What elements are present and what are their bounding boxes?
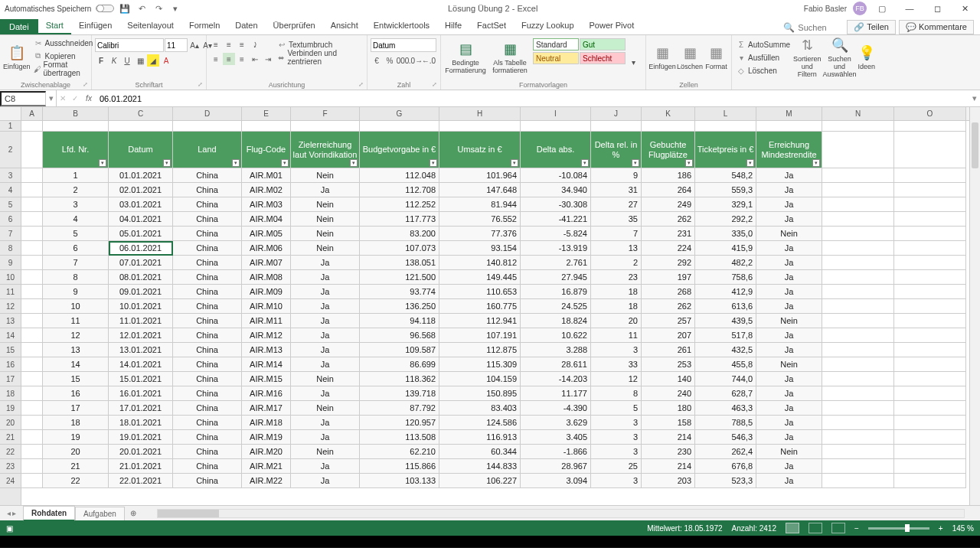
cell[interactable]: 180 xyxy=(642,401,695,416)
fx-icon[interactable]: fx xyxy=(81,94,96,103)
comments-button[interactable]: 💬 Kommentare xyxy=(899,20,974,34)
cell[interactable]: -13.919 xyxy=(521,241,591,256)
cell[interactable]: Nein xyxy=(291,445,360,459)
cell[interactable] xyxy=(894,227,966,241)
cell[interactable] xyxy=(822,299,894,314)
cell[interactable]: 261 xyxy=(642,343,695,357)
cell[interactable]: 214 xyxy=(642,459,695,474)
cell[interactable]: 19 xyxy=(43,430,109,445)
cell[interactable] xyxy=(695,121,756,132)
cell[interactable]: 268 xyxy=(642,285,695,299)
row-header-2[interactable]: 2 xyxy=(0,132,21,168)
cell[interactable]: 107.073 xyxy=(360,241,439,256)
cell[interactable] xyxy=(822,197,894,212)
cell[interactable] xyxy=(822,227,894,241)
cell[interactable]: 3 xyxy=(591,416,642,430)
sheet-nav-prev-icon[interactable]: ◂ ▸ xyxy=(0,509,23,517)
cell[interactable]: 140.812 xyxy=(439,256,521,270)
col-header-H[interactable]: H xyxy=(439,107,521,120)
style-neutral[interactable]: Neutral xyxy=(533,52,579,64)
table-header[interactable]: Budgetvorgabe in €▾ xyxy=(360,132,439,168)
zoom-out-icon[interactable]: − xyxy=(854,524,859,533)
cell[interactable]: 9 xyxy=(591,168,642,183)
row-header-5[interactable]: 5 xyxy=(0,197,21,212)
cell[interactable]: 744,0 xyxy=(695,372,756,386)
cell[interactable]: -14.203 xyxy=(521,372,591,386)
cell[interactable]: 292,2 xyxy=(695,212,756,227)
cell[interactable]: 231 xyxy=(642,227,695,241)
cell[interactable]: 21 xyxy=(43,459,109,474)
align-bottom-icon[interactable]: ≡ xyxy=(236,38,248,51)
share-button[interactable]: 🔗 Teilen xyxy=(847,20,896,34)
cell[interactable]: 262 xyxy=(642,212,695,227)
cell[interactable]: Ja xyxy=(756,386,822,401)
redo-icon[interactable]: ↷ xyxy=(152,2,165,15)
cell[interactable]: 121.500 xyxy=(360,270,439,285)
cell[interactable]: AIR.M12 xyxy=(242,328,291,343)
col-header-B[interactable]: B xyxy=(43,107,109,120)
cell[interactable]: Ja xyxy=(291,328,360,343)
cell[interactable] xyxy=(43,121,109,132)
cell[interactable]: AIR.M11 xyxy=(242,314,291,328)
cell[interactable] xyxy=(756,121,822,132)
cell[interactable] xyxy=(822,372,894,386)
orientation-icon[interactable]: ⤸ xyxy=(249,38,261,51)
cell[interactable]: 249 xyxy=(642,197,695,212)
cell[interactable]: 24.525 xyxy=(521,299,591,314)
cell[interactable]: China xyxy=(173,227,242,241)
cell[interactable] xyxy=(21,401,43,416)
insert-cells-button[interactable]: ▦Einfügen xyxy=(649,37,675,78)
cell[interactable]: 13.01.2021 xyxy=(109,343,173,357)
cell[interactable]: Nein xyxy=(291,372,360,386)
row-header-18[interactable]: 18 xyxy=(0,386,21,401)
zoom-level[interactable]: 145 % xyxy=(952,524,974,533)
cell[interactable]: 20 xyxy=(591,314,642,328)
cell[interactable] xyxy=(21,197,43,212)
cell[interactable] xyxy=(21,445,43,459)
cell[interactable]: Ja xyxy=(291,314,360,328)
cell[interactable]: China xyxy=(173,183,242,197)
cell[interactable]: 21.01.2021 xyxy=(109,459,173,474)
cell[interactable]: 262 xyxy=(642,299,695,314)
cell[interactable]: China xyxy=(173,328,242,343)
tab-ansicht[interactable]: Ansicht xyxy=(323,18,366,34)
cell[interactable]: Ja xyxy=(756,372,822,386)
cell[interactable] xyxy=(21,183,43,197)
row-header-13[interactable]: 13 xyxy=(0,314,21,328)
cell[interactable]: 101.964 xyxy=(439,168,521,183)
cell[interactable]: Ja xyxy=(291,183,360,197)
cell[interactable]: 11 xyxy=(43,314,109,328)
cell[interactable]: 18 xyxy=(43,416,109,430)
fill-button[interactable]: ▾Ausfüllen xyxy=(735,51,792,64)
row-header-10[interactable]: 10 xyxy=(0,270,21,285)
zoom-in-icon[interactable]: + xyxy=(939,524,943,533)
cell[interactable]: 548,2 xyxy=(695,168,756,183)
table-header[interactable]: Datum▾ xyxy=(109,132,173,168)
cell[interactable]: 20.01.2021 xyxy=(109,445,173,459)
cell[interactable]: 109.587 xyxy=(360,343,439,357)
cell[interactable]: China xyxy=(173,357,242,372)
cell[interactable]: -30.308 xyxy=(521,197,591,212)
save-icon[interactable]: 💾 xyxy=(119,2,131,15)
cell[interactable]: 335,0 xyxy=(695,227,756,241)
cell[interactable]: 439,5 xyxy=(695,314,756,328)
decrease-decimal-icon[interactable]: ←.0 xyxy=(423,54,435,67)
cell[interactable]: 116.913 xyxy=(439,430,521,445)
cell[interactable] xyxy=(21,343,43,357)
cell[interactable]: Ja xyxy=(291,357,360,372)
cell[interactable] xyxy=(822,430,894,445)
tab-überprüfen[interactable]: Überprüfen xyxy=(266,18,323,34)
row-header-4[interactable]: 4 xyxy=(0,183,21,197)
cell[interactable]: 517,8 xyxy=(695,328,756,343)
cell[interactable] xyxy=(21,285,43,299)
cell[interactable] xyxy=(109,121,173,132)
cell[interactable]: Nein xyxy=(291,227,360,241)
cell[interactable] xyxy=(822,121,894,132)
cell[interactable]: Nein xyxy=(291,401,360,416)
tab-power pivot[interactable]: Power Pivot xyxy=(582,18,642,34)
cell[interactable]: 3.288 xyxy=(521,343,591,357)
tab-daten[interactable]: Daten xyxy=(227,18,265,34)
tab-start[interactable]: Start xyxy=(38,18,71,34)
cell[interactable]: 11 xyxy=(591,328,642,343)
filter-icon[interactable]: ▾ xyxy=(232,159,240,167)
